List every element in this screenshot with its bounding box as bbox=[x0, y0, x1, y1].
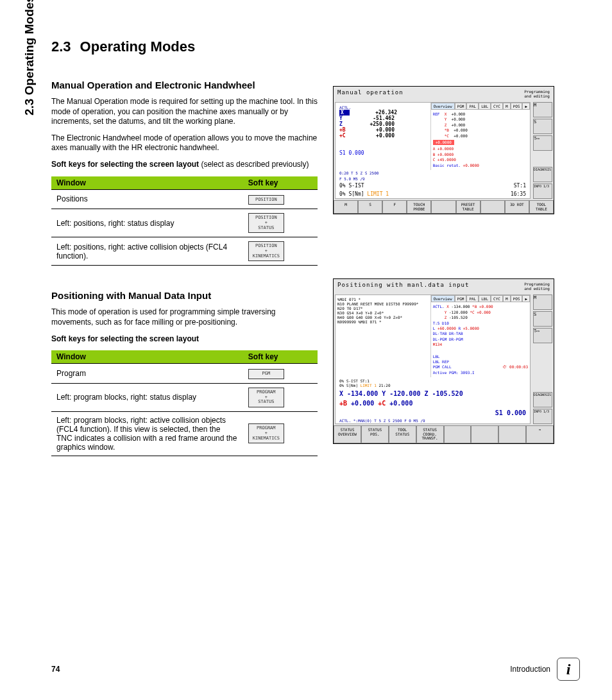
para: The Manual Operation mode is required fo… bbox=[51, 97, 318, 127]
table-cell: Left: program blocks, right: status disp… bbox=[51, 383, 243, 411]
softkey-3drot[interactable]: 3D ROT bbox=[505, 200, 529, 214]
subheading-mdi: Positioning with Manual Data Input bbox=[51, 290, 318, 301]
chapter-name: Introduction bbox=[510, 665, 550, 674]
table-cell: Left: positions, right: active collision… bbox=[51, 237, 243, 266]
softkey-table-2: WindowSoft key ProgramPGM Left: program … bbox=[51, 350, 318, 456]
page-number: 74 bbox=[51, 665, 60, 674]
table-caption: Soft keys for selecting the screen layou… bbox=[51, 334, 318, 345]
side-btn[interactable]: T⟷ bbox=[533, 135, 552, 151]
para: The Electronic Handwheel mode of operati… bbox=[51, 133, 318, 153]
softkey-position-kinematics: POSITION + KINEMATICS bbox=[248, 241, 284, 261]
table-cell: Left: positions, right: status display bbox=[51, 209, 243, 237]
side-btn[interactable]: S bbox=[533, 311, 552, 327]
para: This mode of operation is used for progr… bbox=[51, 307, 318, 327]
table-cell: Program bbox=[51, 364, 243, 384]
sidebar-section-label: 2.3 Operating Modes bbox=[22, 0, 37, 115]
th-softkey: Soft key bbox=[243, 350, 318, 364]
screenshot-manual-operation: Manual operationProgramming and editing … bbox=[333, 86, 554, 214]
table-cell: Positions bbox=[51, 189, 243, 209]
softkey-tool-status[interactable]: TOOL STATUS bbox=[389, 425, 416, 443]
softkey-touch-probe[interactable]: TOUCH PROBE bbox=[407, 200, 431, 214]
side-btn-info[interactable]: INFO 1/3 bbox=[533, 409, 552, 424]
side-btn[interactable]: M bbox=[533, 295, 552, 310]
table-cell: Left: program blocks, right: active coll… bbox=[51, 411, 243, 456]
softkey-tool-table[interactable]: TOOL TABLE bbox=[529, 200, 554, 214]
softkey-blank[interactable] bbox=[431, 200, 455, 214]
softkey-blank[interactable] bbox=[471, 425, 498, 443]
info-icon: i bbox=[557, 658, 580, 681]
heading-title: Operating Modes bbox=[80, 38, 196, 55]
softkey-status-coord[interactable]: STATUS COORD. TRANSF. bbox=[416, 425, 444, 443]
screenshot-mdi: Positioning with manl.data inputProgramm… bbox=[333, 278, 554, 443]
softkey-table-1: WindowSoft key PositionsPOSITION Left: p… bbox=[51, 176, 318, 266]
subheading-manual: Manual Operation and Electronic Handwhee… bbox=[51, 80, 318, 90]
softkey-program-kinematics: PROGRAM + KINEMATICS bbox=[248, 423, 284, 443]
softkey-pgm: PGM bbox=[248, 369, 284, 379]
table-caption: Soft keys for selecting the screen layou… bbox=[51, 160, 318, 170]
softkey-status-overview[interactable]: STATUS OVERVIEW bbox=[334, 425, 361, 443]
softkey-blank[interactable] bbox=[498, 425, 526, 443]
th-window: Window bbox=[51, 350, 243, 364]
softkey-position-status: POSITION + STATUS bbox=[248, 213, 284, 233]
softkey-blank[interactable] bbox=[444, 425, 472, 443]
softkey-next[interactable]: ➡ bbox=[526, 425, 554, 443]
page-heading: 2.3Operating Modes bbox=[51, 38, 580, 55]
heading-number: 2.3 bbox=[51, 38, 71, 55]
side-btn[interactable]: M bbox=[533, 102, 552, 117]
softkey-f[interactable]: F bbox=[382, 200, 407, 214]
side-btn[interactable]: S bbox=[533, 119, 552, 134]
softkey-s[interactable]: S bbox=[358, 200, 382, 214]
side-btn-diagnosis[interactable]: DIAGNOSIS bbox=[533, 167, 552, 182]
softkey-blank[interactable] bbox=[480, 200, 505, 214]
softkey-position: POSITION bbox=[248, 195, 284, 205]
side-btn-info[interactable]: INFO 1/3 bbox=[533, 184, 552, 199]
th-window: Window bbox=[51, 176, 243, 190]
side-btn-diagnosis[interactable]: DIAGNOSIS bbox=[533, 392, 552, 407]
softkey-preset-table[interactable]: PRESET TABLE bbox=[456, 200, 480, 214]
th-softkey: Soft key bbox=[243, 176, 318, 190]
softkey-m[interactable]: M bbox=[334, 200, 358, 214]
side-btn[interactable]: T⟷ bbox=[533, 328, 552, 343]
softkey-status-pos[interactable]: STATUS POS. bbox=[361, 425, 389, 443]
softkey-program-status: PROGRAM + STATUS bbox=[248, 388, 284, 407]
